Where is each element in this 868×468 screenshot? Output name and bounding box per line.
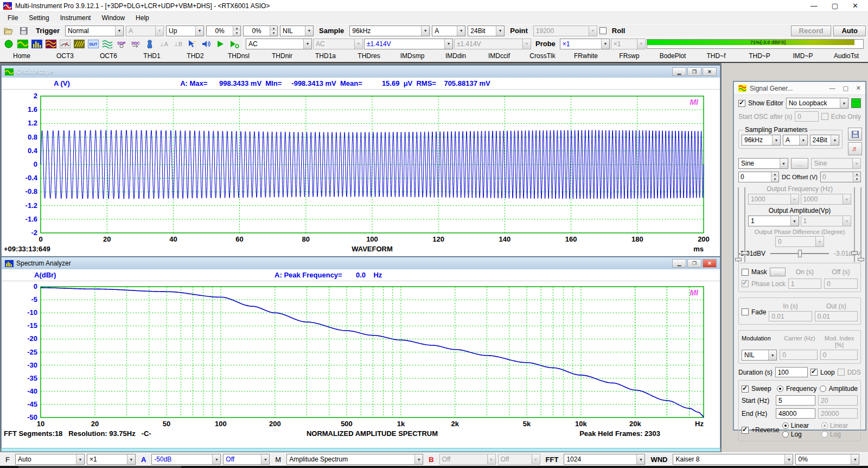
tab-thd~f[interactable]: THD~f	[694, 50, 738, 62]
menu-instrument[interactable]: Instrument	[55, 12, 97, 23]
run-icon[interactable]	[2, 38, 15, 49]
tab-thdnsl[interactable]: THDnsl	[217, 50, 260, 62]
slider-handle[interactable]	[798, 250, 802, 257]
probe-cal-b-icon[interactable]: ⊥B	[171, 38, 184, 49]
tab-crosstlk[interactable]: CrossTlk	[521, 50, 564, 62]
spin-up-icon[interactable]: ▲	[853, 172, 860, 177]
tab-imd~p[interactable]: IMD~P	[781, 50, 825, 62]
probe-cal-a-icon[interactable]: ⊥A	[157, 38, 170, 49]
generator-on-button[interactable]	[851, 98, 861, 108]
open-file-icon[interactable]	[2, 25, 15, 36]
multimeter-icon[interactable]	[59, 38, 72, 49]
coupling-a-select[interactable]: AC▼	[246, 39, 312, 49]
sample-channel-select[interactable]: A▼	[432, 26, 465, 36]
minimize-button[interactable]: —	[829, 85, 835, 92]
frequency-a-select[interactable]: 1000▼	[748, 194, 799, 205]
mask-off-input[interactable]: 0	[824, 279, 858, 289]
ddc-icon[interactable]: DDC	[129, 38, 142, 49]
refresh-select[interactable]: Auto▼	[15, 454, 85, 465]
echo-only-checkbox[interactable]	[821, 113, 828, 120]
spectrum-3d-icon[interactable]	[73, 38, 86, 49]
oscilloscope-title-bar[interactable]: Oscilloscope ▁ ❐ ✕	[2, 66, 720, 78]
tab-thd2[interactable]: THD2	[174, 50, 217, 62]
sweep-start-a-input[interactable]: 5	[776, 395, 815, 406]
roll-checkbox[interactable]	[599, 27, 607, 34]
overlap-select[interactable]: 0%▼	[795, 454, 859, 465]
b-filter-select[interactable]: Off▼	[498, 454, 540, 465]
play-icon[interactable]	[214, 38, 227, 49]
mask-checkbox[interactable]	[742, 269, 749, 276]
restore-button[interactable]: ❐	[687, 259, 701, 268]
coupling-b-select[interactable]: AC▼	[313, 39, 363, 49]
spin-up-icon[interactable]: ▲	[233, 26, 240, 31]
slider-handle[interactable]	[735, 258, 742, 261]
sweep-amplitude-radio[interactable]	[820, 385, 826, 392]
device-test-plan-icon[interactable]: DUT	[87, 38, 100, 49]
record-button[interactable]: Record	[791, 26, 832, 36]
amplitude-a-select[interactable]: 1▼	[748, 216, 799, 226]
carrier-input[interactable]: 0	[780, 350, 817, 360]
trigger-level-spinner[interactable]: 0%▲▼	[206, 26, 241, 36]
zoom-select[interactable]: ×1▼	[87, 454, 136, 465]
dc-offset-a-spinner[interactable]: 0▲▼	[738, 172, 779, 182]
spin-up-icon[interactable]: ▲	[771, 172, 778, 177]
range-b-select[interactable]: ±1.414V▼	[454, 39, 531, 49]
scale-linear-a-radio[interactable]	[782, 422, 789, 429]
trigger-mode-select[interactable]: Normal▼	[65, 26, 124, 36]
sweep-end-b-input[interactable]: 20000	[818, 408, 858, 419]
tab-imddin[interactable]: IMDdin	[434, 50, 477, 62]
level-slider-b-left[interactable]	[854, 187, 855, 262]
signal-generator-icon[interactable]	[44, 38, 58, 49]
dds-checkbox[interactable]	[838, 369, 845, 376]
spin-down-icon[interactable]: ▼	[771, 177, 778, 182]
phase-select[interactable]: 0▼	[775, 236, 824, 247]
tab-frwhite[interactable]: FRwhite	[564, 50, 608, 62]
spin-down-icon[interactable]: ▼	[270, 31, 277, 36]
trigger-delay-spinner[interactable]: 0%▲▼	[243, 26, 278, 36]
tab-audiotst[interactable]: AudioTst	[825, 50, 868, 62]
close-button[interactable]: ✕	[703, 67, 717, 76]
tab-frswp[interactable]: FRswp	[608, 50, 651, 62]
tab-thd1a[interactable]: THD1a	[304, 50, 347, 62]
reverse-checkbox[interactable]	[742, 427, 749, 434]
tab-thdres[interactable]: THDres	[347, 50, 391, 62]
b-range-select[interactable]: Off▼	[439, 454, 496, 465]
slider-handle[interactable]	[851, 251, 858, 255]
ddp-viewer-icon[interactable]: DDP	[115, 38, 128, 49]
sweep-start-b-input[interactable]: 20	[818, 395, 858, 406]
sample-rate-select[interactable]: 96kHz▼	[349, 26, 430, 36]
maximize-button[interactable]: ▢	[843, 85, 848, 92]
tab-oct3[interactable]: OCT3	[43, 50, 87, 62]
tab-thdnir[interactable]: THDnir	[260, 50, 304, 62]
sweep-checkbox[interactable]	[742, 385, 749, 393]
loop-checkbox[interactable]	[810, 369, 818, 376]
duration-input[interactable]: 100	[775, 367, 808, 377]
music-library-button[interactable]: ♬	[848, 142, 862, 155]
start-osc-input[interactable]: 0	[795, 111, 818, 122]
tab-home[interactable]: Home	[0, 50, 43, 62]
sweep-end-a-input[interactable]: 48000	[776, 408, 815, 419]
level-slider-a-left[interactable]	[738, 187, 739, 262]
phase-lock-checkbox[interactable]	[742, 280, 749, 287]
fft-size-select[interactable]: 1024▼	[564, 454, 645, 465]
fade-out-input[interactable]: 0.01	[815, 311, 858, 321]
a-filter-select[interactable]: Off▼	[223, 454, 270, 465]
scale-log-a-radio[interactable]	[782, 431, 789, 438]
close-button[interactable]: ✕	[856, 85, 861, 92]
play-loop-icon[interactable]	[228, 38, 241, 49]
waveform-b-select[interactable]: Sine▼	[811, 158, 861, 169]
balance-slider[interactable]	[770, 253, 829, 254]
volume-icon[interactable]	[200, 38, 213, 49]
spectrum-analyzer-icon[interactable]	[30, 38, 43, 49]
oscilloscope-icon[interactable]	[16, 38, 29, 49]
close-button[interactable]: ✕	[703, 259, 717, 268]
restore-button[interactable]: ❐	[687, 67, 701, 76]
tab-imdccif[interactable]: IMDccif	[477, 50, 521, 62]
sg-channel-select[interactable]: A▼	[783, 135, 808, 146]
tab-imdsmp[interactable]: IMDsmp	[391, 50, 434, 62]
mask-more-button[interactable]: ...	[770, 268, 786, 276]
maximize-button[interactable]: ▢	[832, 2, 838, 10]
slider-handle[interactable]	[742, 251, 748, 255]
derived-data-icon[interactable]	[101, 38, 114, 49]
minimize-button[interactable]: ▁	[672, 259, 686, 268]
